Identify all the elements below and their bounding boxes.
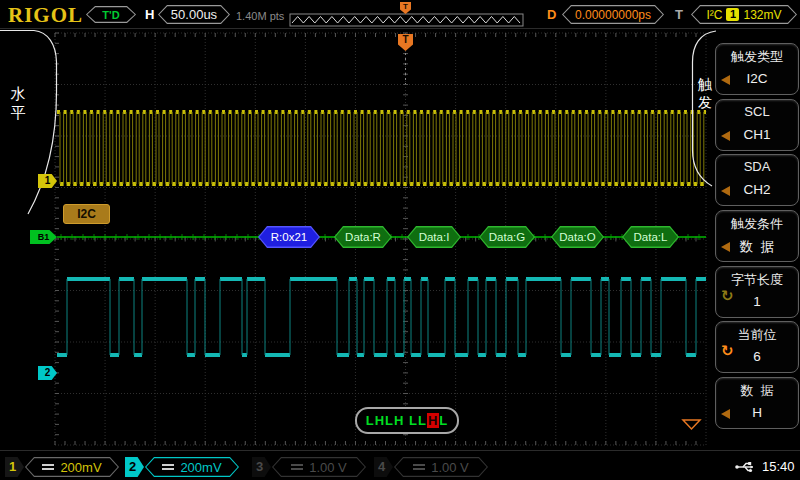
decode-bubble-text: Data:L [623, 227, 677, 246]
oscilloscope-screen: RIGOL T'D H 50.00us 1.40M pts T D 0.0000… [0, 0, 800, 480]
decode-protocol-label: I2C [63, 204, 110, 224]
decode-bubble-text: R:0x21 [259, 227, 318, 246]
left-triangle-icon [721, 75, 730, 85]
decode-bubble-0: R:0x21 [258, 226, 320, 248]
horizontal-label: H [145, 7, 154, 22]
usb-icon [734, 459, 758, 475]
decode-bubble-5: Data:L [622, 226, 679, 248]
menu-item-label: SCL [716, 104, 798, 119]
memory-depth: 1.40M pts [236, 10, 284, 22]
decode-bubble-text: Data:R [335, 227, 390, 246]
left-triangle-icon [721, 409, 730, 419]
channel-scale-value: 1.00 V [309, 460, 347, 475]
left-triangle-icon [721, 242, 730, 252]
left-triangle-icon [721, 131, 730, 141]
decode-bubble-1: Data:R [334, 226, 392, 248]
rigol-logo: RIGOL [8, 3, 83, 28]
tab-horizontal[interactable]: 水平 [10, 85, 26, 123]
menu-item-7[interactable]: 数 据H [715, 377, 799, 429]
trigger-level-value: 132mV [743, 8, 781, 22]
timebase-readout[interactable]: 50.00us [158, 5, 230, 24]
menu-item-5[interactable]: 字节长度1↻ [715, 266, 799, 318]
left-triangle-icon [721, 186, 730, 196]
decode-bubble-2: Data:I [407, 226, 461, 248]
channel-scale-readout: 200mV [25, 457, 119, 477]
channel-number-tag: 2 [125, 457, 144, 477]
rotate-knob-icon: ↻ [721, 342, 734, 360]
menu-item-label: 数 据 [716, 382, 798, 400]
tab-trigger[interactable]: 触发 [697, 76, 713, 111]
delay-readout[interactable]: 0.00000000ps [562, 5, 664, 24]
channel-2-badge[interactable]: 2200mV [125, 457, 239, 477]
decode-bubble-text: Data:I [408, 227, 459, 246]
more-indicator-arrow-icon [683, 420, 700, 429]
dc-coupling-icon [42, 464, 54, 470]
channel-scale-readout: 1.00 V [394, 457, 488, 477]
menu-item-2[interactable]: SCLCH1 [715, 99, 799, 151]
channel-scale-readout: 1.00 V [272, 457, 366, 477]
memory-waveform-preview [292, 17, 520, 24]
footer-separator [0, 450, 800, 451]
trigger-channel-badge: 1 [726, 8, 739, 21]
channel-3-badge[interactable]: 31.00 V [252, 457, 366, 477]
header-separator [0, 28, 800, 29]
menu-panel: 触发类型I2CSCLCH1SDACH2触发条件数 据字节长度1↻当前位6↻数 据… [712, 30, 800, 450]
channel-1-badge[interactable]: 1200mV [5, 457, 119, 477]
trigger-status-badge: T'D [86, 6, 136, 23]
pattern-current-bit: H [427, 413, 439, 428]
decode-bubble-4: Data:O [551, 226, 604, 248]
menu-item-4[interactable]: 触发条件数 据 [715, 210, 799, 262]
trigger-source: I²C [706, 8, 722, 22]
menu-item-1[interactable]: 触发类型I2C [715, 43, 799, 95]
menu-item-6[interactable]: 当前位6↻ [715, 321, 799, 373]
dc-coupling-icon [162, 464, 174, 470]
pattern-suffix: L [439, 413, 448, 428]
trigger-pattern-indicator: LHLH LLHL [355, 407, 459, 434]
scl-waveform [57, 112, 706, 184]
channel-4-badge[interactable]: 41.00 V [374, 457, 488, 477]
channel-scale-value: 200mV [60, 460, 101, 475]
decode-bubble-text: Data:G [480, 227, 533, 246]
channel-number-tag: 1 [5, 457, 24, 477]
pattern-prefix: LHLH LL [366, 413, 427, 428]
menu-item-label: SDA [716, 159, 798, 174]
delay-label: D [547, 7, 556, 22]
channel-number-tag: 3 [252, 457, 271, 477]
dc-coupling-icon [413, 464, 425, 470]
menu-item-label: 触发条件 [716, 215, 798, 233]
menu-item-3[interactable]: SDACH2 [715, 154, 799, 206]
clock: 15:40 [762, 459, 795, 474]
channel-scale-value: 1.00 V [431, 460, 469, 475]
trigger-level-readout[interactable]: I²C 1 132mV [691, 5, 797, 24]
trigger-label: T [675, 7, 683, 22]
channel-scale-readout: 200mV [145, 457, 239, 477]
menu-item-label: 触发类型 [716, 48, 798, 66]
decode-bubble-text: Data:O [552, 227, 602, 246]
dc-coupling-icon [291, 464, 303, 470]
decode-bubble-3: Data:G [479, 226, 535, 248]
rotate-knob-icon: ↻ [721, 287, 734, 305]
channel-number-tag: 4 [374, 457, 393, 477]
channel-scale-value: 200mV [180, 460, 221, 475]
